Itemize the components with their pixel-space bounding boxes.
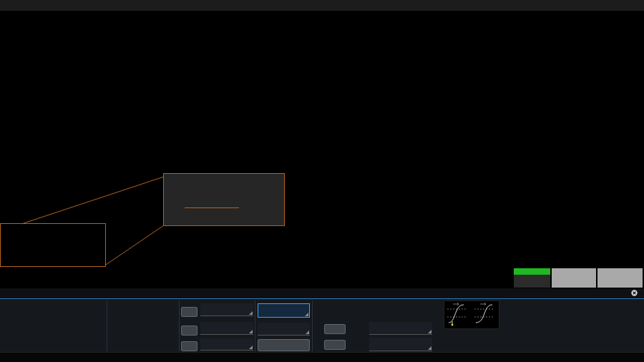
close-icon bbox=[631, 290, 638, 296]
delta-button[interactable] bbox=[324, 340, 346, 350]
upper-interval-input[interactable] bbox=[369, 322, 432, 335]
hd-descriptor-box[interactable] bbox=[514, 268, 550, 288]
threshold-crossing-icon bbox=[444, 301, 497, 327]
measure-table-highlight bbox=[0, 223, 106, 267]
upper-level-input[interactable] bbox=[258, 303, 310, 318]
popup-header bbox=[164, 174, 284, 225]
coupling-select[interactable] bbox=[200, 322, 253, 335]
slewrate-diagram bbox=[444, 300, 499, 329]
timebase-descriptor-box[interactable] bbox=[552, 268, 596, 288]
divider bbox=[179, 300, 180, 351]
divider bbox=[312, 300, 313, 351]
lower-level-input[interactable] bbox=[258, 323, 310, 336]
menu-bar bbox=[0, 0, 644, 11]
source-button[interactable] bbox=[181, 307, 197, 317]
hd-badge bbox=[514, 268, 550, 275]
divider bbox=[255, 300, 255, 351]
slope-button[interactable] bbox=[181, 341, 197, 351]
close-button[interactable] bbox=[631, 290, 640, 296]
source-select[interactable] bbox=[200, 303, 253, 316]
trigger-descriptor-box[interactable] bbox=[597, 268, 643, 288]
measure-popup bbox=[163, 173, 285, 226]
slope-select[interactable] bbox=[200, 338, 253, 351]
find-levels-button[interactable] bbox=[258, 339, 310, 351]
trigger-panel bbox=[0, 288, 644, 352]
divider bbox=[107, 300, 107, 351]
limits-button[interactable] bbox=[324, 324, 346, 334]
panel-tab-bar bbox=[0, 288, 644, 299]
callout-leader-line bbox=[185, 207, 239, 208]
lower-interval-input[interactable] bbox=[369, 338, 432, 351]
status-bar bbox=[0, 352, 644, 362]
oscilloscope-app bbox=[0, 0, 644, 362]
brand-logo bbox=[6, 351, 8, 362]
coupling-button[interactable] bbox=[181, 326, 197, 336]
